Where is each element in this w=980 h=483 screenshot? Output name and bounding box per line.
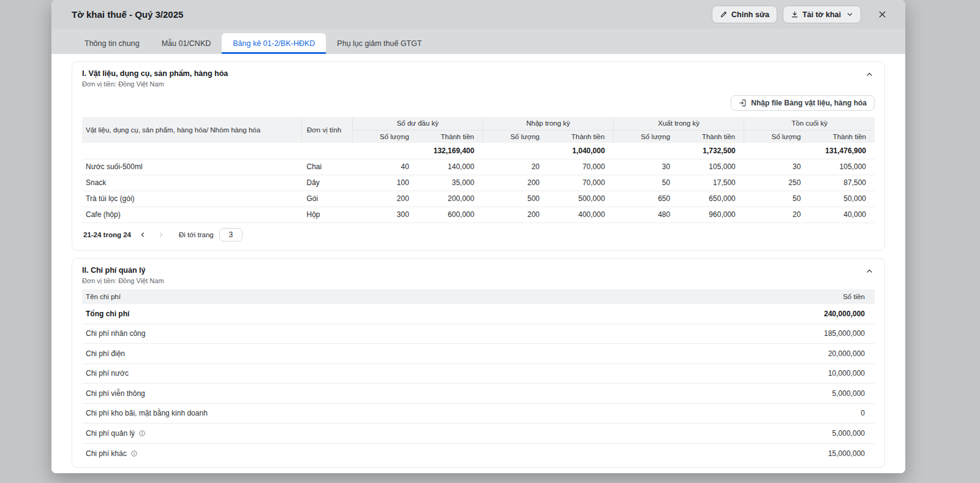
section-expenses-card: II. Chi phí quản lý Đơn vị tiền: Đồng Vi… (72, 258, 885, 468)
item-name-cell: Snack (82, 175, 301, 191)
section1-title: I. Vật liệu, dụng cụ, sản phẩm, hàng hóa (82, 69, 864, 78)
section-materials-card: I. Vật liệu, dụng cụ, sản phẩm, hàng hóa… (72, 61, 885, 251)
value-cell: 30 (614, 159, 679, 175)
expense-amount-cell: 20,000,000 (637, 344, 875, 364)
modal-header: Tờ khai thuế - Quý 3/2025 Chỉnh sửa Tải … (51, 0, 905, 29)
expense-column-name: Tên chi phí (82, 289, 637, 304)
value-cell: 50 (744, 191, 810, 207)
value-cell: 105,000 (809, 159, 875, 175)
value-cell: 600,000 (418, 207, 483, 222)
tab-content: I. Vật liệu, dụng cụ, sản phẩm, hàng hóa… (51, 54, 905, 473)
pencil-icon (720, 10, 728, 18)
tab-mau-01-cnkd[interactable]: Mẫu 01/CNKD (151, 33, 222, 54)
chevron-down-icon (846, 11, 853, 18)
column-group-out: Xuất trong kỳ (614, 117, 744, 130)
expense-row: Chi phí khác15,000,000 (82, 443, 875, 463)
subcolumn-amount: Thành tiền (809, 130, 875, 143)
value-cell: 20 (483, 159, 548, 175)
expenses-table: Tên chi phí Số tiền Tổng chi phí240,000,… (82, 289, 875, 463)
section1-header: I. Vật liệu, dụng cụ, sản phẩm, hàng hóa… (82, 69, 875, 88)
download-icon (791, 10, 799, 18)
import-file-button[interactable]: Nhập file Bảng vật liệu, hàng hóa (731, 95, 875, 111)
value-cell: 70,000 (548, 175, 614, 191)
value-cell: 650,000 (679, 191, 744, 207)
subcolumn-qty: Số lượng (483, 130, 548, 143)
materials-table-row: SnackDây10035,00020070,0005017,50025087,… (82, 175, 875, 191)
value-cell: 17,500 (679, 175, 744, 191)
tab-thong-tin-chung[interactable]: Thông tin chung (74, 33, 151, 54)
totals-row: 132,169,400 1,040,000 1,732,500 131,476,… (82, 143, 875, 159)
value-cell: 400,000 (548, 207, 614, 222)
value-cell: 650 (614, 191, 679, 207)
close-icon[interactable] (878, 10, 887, 19)
expense-amount-cell: 240,000,000 (637, 304, 875, 324)
modal-actions: Chỉnh sửa Tải tờ khai (712, 6, 887, 23)
expense-name-cell: Chi phí điện (82, 344, 637, 364)
expense-row: Chi phí viễn thông5,000,000 (82, 384, 875, 404)
value-cell: 20 (744, 207, 810, 222)
tax-declaration-modal: Tờ khai thuế - Quý 3/2025 Chỉnh sửa Tải … (51, 0, 905, 473)
expense-column-amount: Số tiền (637, 289, 875, 304)
import-file-button-label: Nhập file Bảng vật liệu, hàng hóa (751, 99, 867, 107)
materials-table: Vật liệu, dụng cụ, sản phẩm, hàng hóa/ N… (82, 117, 875, 223)
total-in-amount: 1,040,000 (548, 143, 614, 159)
info-icon[interactable] (138, 430, 146, 437)
subcolumn-amount: Thành tiền (548, 130, 614, 143)
pagination-next-icon[interactable] (154, 228, 168, 242)
value-cell: 480 (614, 207, 679, 222)
value-cell: 500,000 (548, 191, 614, 207)
value-cell: 960,000 (679, 207, 744, 222)
expense-name-cell: Chi phí viễn thông (82, 384, 637, 404)
value-cell: 70,000 (548, 159, 614, 175)
expense-row: Chi phí kho bãi, mặt bằng kinh doanh0 (82, 403, 875, 424)
collapse-section2-chevron-up-icon[interactable] (864, 266, 875, 276)
download-button-label: Tải tờ khai (802, 10, 841, 19)
subcolumn-qty: Số lượng (744, 130, 810, 143)
expense-name-cell: Chi phí quản lý (82, 424, 637, 444)
section2-currency-note: Đơn vị tiền: Đồng Việt Nam (82, 277, 864, 284)
section2-title: II. Chi phí quản lý (82, 266, 864, 275)
section1-currency-note: Đơn vị tiền: Đồng Việt Nam (82, 80, 864, 88)
edit-button[interactable]: Chỉnh sửa (712, 6, 777, 23)
unit-cell: Dây (301, 175, 352, 191)
value-cell: 50,000 (809, 191, 875, 207)
download-declaration-button[interactable]: Tải tờ khai (783, 6, 861, 23)
page-number-input[interactable] (219, 228, 243, 242)
expense-name-cell: Tổng chi phí (82, 304, 637, 324)
value-cell: 250 (744, 175, 810, 191)
column-group-in: Nhập trong kỳ (483, 117, 613, 130)
expense-name-cell: Chi phí khác (82, 443, 637, 463)
item-name-cell: Nước suối-500ml (82, 159, 301, 175)
expense-amount-cell: 15,000,000 (637, 443, 875, 463)
collapse-section1-chevron-up-icon[interactable] (864, 69, 875, 80)
expense-amount-cell: 5,000,000 (637, 384, 875, 404)
value-cell: 500 (483, 191, 548, 207)
value-cell: 105,000 (679, 159, 744, 175)
subcolumn-amount: Thành tiền (418, 130, 483, 143)
value-cell: 200 (352, 191, 418, 207)
unit-cell: Chai (301, 159, 352, 175)
expense-row: Chi phí quản lý5,000,000 (82, 424, 875, 444)
edit-button-label: Chỉnh sửa (731, 10, 769, 19)
expense-row: Chi phí điện20,000,000 (82, 344, 875, 364)
value-cell: 40 (352, 159, 418, 175)
expense-amount-cell: 0 (637, 403, 875, 424)
section1-toolbar: Nhập file Bảng vật liệu, hàng hóa (82, 95, 875, 111)
pagination-prev-icon[interactable] (136, 228, 149, 242)
subcolumn-qty: Số lượng (614, 130, 679, 143)
info-icon[interactable] (130, 450, 138, 457)
value-cell: 40,000 (809, 207, 875, 222)
item-name-cell: Trà túi lọc (gói) (82, 191, 301, 207)
tab-bang-ke-01-2-bk-hdkd[interactable]: Bảng kê 01-2/BK-HĐKD (222, 33, 326, 54)
total-out-amount: 1,732,500 (679, 143, 744, 159)
column-header-name: Vật liệu, dụng cụ, sản phẩm, hàng hóa/ N… (82, 117, 301, 143)
materials-table-row: Trà túi lọc (gói)Gói200200,000500500,000… (82, 191, 875, 207)
column-group-opening: Số dư đầu kỳ (352, 117, 483, 130)
item-name-cell: Cafe (hộp) (82, 207, 301, 222)
value-cell: 200 (483, 175, 548, 191)
tab-phu-luc-giam-thue-gtgt[interactable]: Phụ lục giảm thuế GTGT (326, 33, 432, 54)
expense-amount-cell: 10,000,000 (637, 363, 875, 384)
value-cell: 200,000 (418, 191, 483, 207)
value-cell: 140,000 (418, 159, 483, 175)
expense-row: Chi phí nhân công185,000,000 (82, 324, 875, 344)
